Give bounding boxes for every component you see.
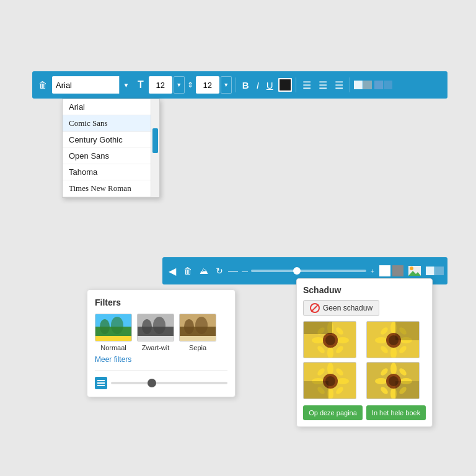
sepia-svg <box>180 314 216 342</box>
line-height-icon: ⇕ <box>187 81 193 89</box>
text-button[interactable]: T <box>135 77 146 92</box>
font-dropdown: Arial Comic Sans Century Gothic Open San… <box>62 99 160 198</box>
font-option-open-sans[interactable]: Open Sans <box>63 148 159 164</box>
font-size-input[interactable] <box>149 76 172 94</box>
slider-thumb <box>293 267 301 275</box>
overlay-1b <box>363 81 372 89</box>
view-options <box>379 265 403 276</box>
image-select-button[interactable] <box>406 264 423 278</box>
geen-schaduw-button[interactable]: Geen schaduw <box>303 300 379 316</box>
filters-title: Filters <box>95 298 227 307</box>
white-square-icon[interactable] <box>379 265 390 276</box>
font-option-comic-sans[interactable]: Comic Sans <box>63 115 159 132</box>
svg-point-32 <box>325 335 335 345</box>
svg-rect-19 <box>97 382 105 384</box>
t-icon: T <box>138 79 144 90</box>
font-size-arrow[interactable]: ▼ <box>174 76 185 94</box>
overlay-2a <box>374 81 383 89</box>
back-arrow-icon: ◀ <box>169 265 176 277</box>
align-left-icon: ☰ <box>302 79 311 91</box>
align-right-button[interactable]: ☰ <box>332 77 346 93</box>
align-center-icon: ☰ <box>319 79 327 91</box>
bold-icon: B <box>242 80 249 90</box>
flip-icon: ⛰ <box>200 266 208 276</box>
gray-square-icon[interactable] <box>392 265 403 276</box>
filter-label-sepia: Sepia <box>189 344 206 351</box>
svg-point-47 <box>327 363 333 375</box>
svg-point-11 <box>142 319 152 334</box>
align-center-button[interactable]: ☰ <box>316 77 330 93</box>
shadow-option-4[interactable] <box>366 362 420 399</box>
filter-thumb-sepia <box>179 314 216 342</box>
normaal-svg <box>95 314 132 342</box>
separator-1 <box>236 77 236 92</box>
filter-label-normaal: Normaal <box>100 344 126 351</box>
rotate-icon: ↻ <box>216 266 223 276</box>
svg-rect-10 <box>138 336 174 342</box>
shadow-option-2[interactable] <box>366 321 420 358</box>
shadow-option-3[interactable] <box>303 362 356 399</box>
filter-slider-track[interactable] <box>111 382 227 384</box>
delete-button[interactable]: 🗑 <box>36 78 50 92</box>
filter-sepia[interactable]: Sepia <box>179 314 216 351</box>
svg-point-1 <box>410 267 413 270</box>
svg-rect-45 <box>395 322 420 340</box>
dropdown-scrollbar[interactable] <box>151 99 159 197</box>
line-height-wrapper: ▼ <box>196 76 232 94</box>
slider-track[interactable] <box>251 270 366 272</box>
svg-point-61 <box>375 378 387 384</box>
svg-rect-57 <box>304 381 328 399</box>
image-icon <box>408 266 421 276</box>
geen-schaduw-label: Geen schaduw <box>323 304 372 312</box>
overlay-1a <box>354 81 363 89</box>
filters-thumbnails: Normaal Zwart-wit <box>95 314 227 351</box>
svg-point-6 <box>100 319 110 334</box>
svg-rect-5 <box>95 336 132 342</box>
separator-3 <box>350 77 350 92</box>
svg-point-26 <box>337 337 349 343</box>
zoom-slider[interactable]: — + <box>240 267 377 275</box>
filter-thumb-normaal <box>95 314 132 342</box>
filter-normaal[interactable]: Normaal <box>95 314 132 351</box>
font-option-arial[interactable]: Arial <box>63 99 159 115</box>
italic-icon: I <box>257 80 259 90</box>
text-color-swatch[interactable] <box>278 78 292 92</box>
overlay-2b <box>384 81 392 89</box>
back-button[interactable]: ◀ <box>166 263 178 279</box>
bold-button[interactable]: B <box>240 78 252 92</box>
in-het-hele-boek-button[interactable]: In het hele boek <box>366 405 426 420</box>
svg-point-17 <box>195 317 208 334</box>
flip-button[interactable]: ⛰ <box>197 264 211 278</box>
filter-label-zwartwit: Zwart-wit <box>142 344 170 351</box>
filter-zwartwit[interactable]: Zwart-wit <box>137 314 174 351</box>
text-toolbar: 🗑 Arial Comic Sans Century Gothic Open S… <box>32 71 447 99</box>
rotate-button[interactable]: ↻ <box>213 264 226 278</box>
delete-image-button[interactable]: 🗑 <box>181 264 195 278</box>
layers-icon <box>97 379 105 387</box>
op-deze-pagina-button[interactable]: Op deze pagina <box>303 405 363 420</box>
svg-point-50 <box>337 378 349 384</box>
zwartwit-svg <box>138 314 174 342</box>
no-shadow-icon <box>310 303 320 313</box>
trash-icon: 🗑 <box>38 80 47 90</box>
underline-button[interactable]: U <box>264 78 276 92</box>
shadow-title: Schaduw <box>303 285 426 295</box>
line-height-arrow[interactable]: ▼ <box>221 76 232 94</box>
overlay-3a <box>426 267 434 275</box>
meer-filters-link[interactable]: Meer filters <box>95 355 227 364</box>
overlay-3b <box>435 267 444 275</box>
svg-point-59 <box>390 363 397 375</box>
svg-rect-69 <box>395 381 420 399</box>
italic-button[interactable]: I <box>254 78 262 92</box>
shadow-action-buttons: Op deze pagina In het hele boek <box>303 405 426 420</box>
filter-slider-icon <box>95 377 107 389</box>
font-option-times[interactable]: Times New Roman <box>63 180 159 197</box>
sunflower-1 <box>304 322 356 358</box>
shadow-option-1[interactable] <box>303 321 356 358</box>
align-left-button[interactable]: ☰ <box>300 77 314 93</box>
font-select[interactable]: Arial Comic Sans Century Gothic Open San… <box>52 76 133 94</box>
font-option-tahoma[interactable]: Tahoma <box>63 164 159 180</box>
line-height-input[interactable] <box>196 76 219 94</box>
svg-point-37 <box>375 337 387 343</box>
font-option-century-gothic[interactable]: Century Gothic <box>63 132 159 148</box>
